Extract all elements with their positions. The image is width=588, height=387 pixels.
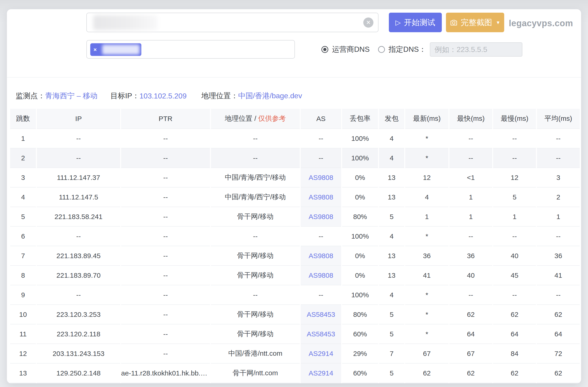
chevron-down-icon: ▼ (496, 20, 501, 25)
latest-cell: 67 (405, 344, 448, 364)
query-form: ✕ ▷ 开始测试 完整截图 ▼ legacyvps.com × (7, 9, 581, 78)
loss-cell: 0% (342, 266, 378, 285)
as-cell: -- (301, 227, 341, 246)
target-host-input[interactable]: ✕ (86, 13, 378, 32)
as-link[interactable]: AS9808 (309, 252, 333, 260)
fastest-cell: -- (449, 285, 492, 305)
redacted-probe-text (102, 45, 140, 55)
geo-cell: -- (211, 129, 300, 148)
geo-cell: -- (211, 227, 300, 246)
ip-cell: -- (37, 129, 120, 148)
slowest-cell: 62 (493, 364, 536, 383)
avg-cell: 41 (537, 266, 580, 285)
camera-icon (450, 19, 458, 26)
slowest-cell: 45 (493, 266, 536, 285)
sent-cell: 5 (379, 364, 404, 383)
avg-cell: 72 (537, 344, 580, 364)
latest-cell: 1 (405, 207, 448, 227)
geo-cell: 骨干网/ntt.com (211, 364, 300, 383)
as-link[interactable]: AS58453 (307, 330, 335, 338)
loss-cell: 29% (342, 344, 378, 364)
ip-cell: 129.250.2.148 (37, 364, 120, 383)
fastest-cell: -- (449, 129, 492, 148)
header-as: AS (301, 109, 341, 129)
table-row: 2--------100%4*------ (10, 148, 580, 168)
fastest-cell: -- (449, 148, 492, 168)
latest-cell: 41 (405, 266, 448, 285)
redacted-target-text (93, 15, 157, 30)
ptr-cell: -- (121, 246, 210, 266)
latest-cell: * (405, 129, 448, 148)
fastest-cell: 62 (449, 305, 492, 325)
as-cell: AS2914 (301, 364, 341, 383)
geo-cell: 中国/青海/西宁/移动 (211, 187, 300, 207)
geo-cell: 骨干网/移动 (211, 305, 300, 325)
as-link[interactable]: AS9808 (309, 213, 333, 221)
header-ptr: PTR (121, 109, 210, 129)
carrier-dns-label[interactable]: 运营商DNS (332, 44, 370, 55)
sent-cell: 4 (379, 285, 404, 305)
latest-cell: * (405, 305, 448, 325)
table-row: 9--------100%4*------ (10, 285, 580, 305)
loss-cell: 100% (342, 285, 378, 305)
target-ip-label: 目标IP： (110, 91, 140, 101)
fastest-cell: 1 (449, 207, 492, 227)
geo-cell: 骨干网/移动 (211, 266, 300, 285)
loss-cell: 100% (342, 227, 378, 246)
custom-dns-radio[interactable] (378, 46, 385, 53)
as-cell: AS9808 (301, 207, 341, 227)
latest-cell: 62 (405, 364, 448, 383)
table-row: 7221.183.89.45--骨干网/移动AS98080%1336364036 (10, 246, 580, 266)
as-link[interactable]: AS9808 (309, 174, 333, 181)
as-cell: AS58453 (301, 325, 341, 344)
avg-cell: 1 (537, 207, 580, 227)
start-test-button[interactable]: ▷ 开始测试 (389, 13, 442, 32)
as-cell: AS2914 (301, 344, 341, 364)
table-row: 3111.12.147.37--中国/青海/西宁/移动AS98080%1312<… (10, 168, 580, 187)
fastest-cell: 36 (449, 246, 492, 266)
table-row: 1--------100%4*------ (10, 129, 580, 148)
tag-close-icon[interactable]: × (93, 46, 97, 53)
hop-cell: 5 (10, 207, 36, 227)
probe-select-input[interactable]: × (86, 40, 295, 59)
fastest-cell: 62 (449, 364, 492, 383)
as-link[interactable]: AS2914 (309, 369, 333, 377)
custom-dns-label[interactable]: 指定DNS： (389, 44, 426, 55)
as-link[interactable]: AS9808 (309, 193, 333, 201)
as-cell: AS58453 (301, 305, 341, 325)
as-link[interactable]: AS2914 (309, 350, 333, 357)
header-ip: IP (37, 109, 120, 129)
avg-cell: -- (537, 129, 580, 148)
carrier-dns-radio[interactable] (321, 46, 328, 53)
header-fastest: 最快(ms) (449, 109, 492, 129)
hop-cell: 1 (10, 129, 36, 148)
avg-cell: -- (537, 285, 580, 305)
geo-value[interactable]: 中国/香港/bage.dev (238, 91, 302, 101)
as-link[interactable]: AS9808 (309, 271, 333, 279)
full-screenshot-button[interactable]: 完整截图 ▼ (446, 13, 504, 32)
avg-cell: 36 (537, 246, 580, 266)
ip-cell: 221.183.89.45 (37, 246, 120, 266)
ptr-cell: -- (121, 187, 210, 207)
fastest-cell: 64 (449, 325, 492, 344)
geo-cell: 中国/青海/西宁/移动 (211, 168, 300, 187)
hop-cell: 3 (10, 168, 36, 187)
hop-cell: 4 (10, 187, 36, 207)
clear-input-button[interactable]: ✕ (363, 18, 373, 28)
probe-value[interactable]: 青海西宁 – 移动 (45, 91, 98, 101)
brand-watermark: legacyvps.com (509, 19, 573, 31)
ptr-cell: -- (121, 207, 210, 227)
custom-dns-input[interactable] (430, 42, 522, 57)
geo-label: 地理位置： (201, 91, 238, 101)
latest-cell: 12 (405, 168, 448, 187)
ptr-cell: -- (121, 168, 210, 187)
as-link[interactable]: AS58453 (307, 311, 335, 318)
ip-cell: -- (37, 227, 120, 246)
ip-cell: -- (37, 285, 120, 305)
sent-cell: 13 (379, 246, 404, 266)
target-ip-value[interactable]: 103.102.5.209 (140, 92, 187, 100)
slowest-cell: 62 (493, 305, 536, 325)
loss-cell: 0% (342, 187, 378, 207)
dns-options: 运营商DNS 指定DNS： (321, 42, 522, 57)
slowest-cell: -- (493, 129, 536, 148)
